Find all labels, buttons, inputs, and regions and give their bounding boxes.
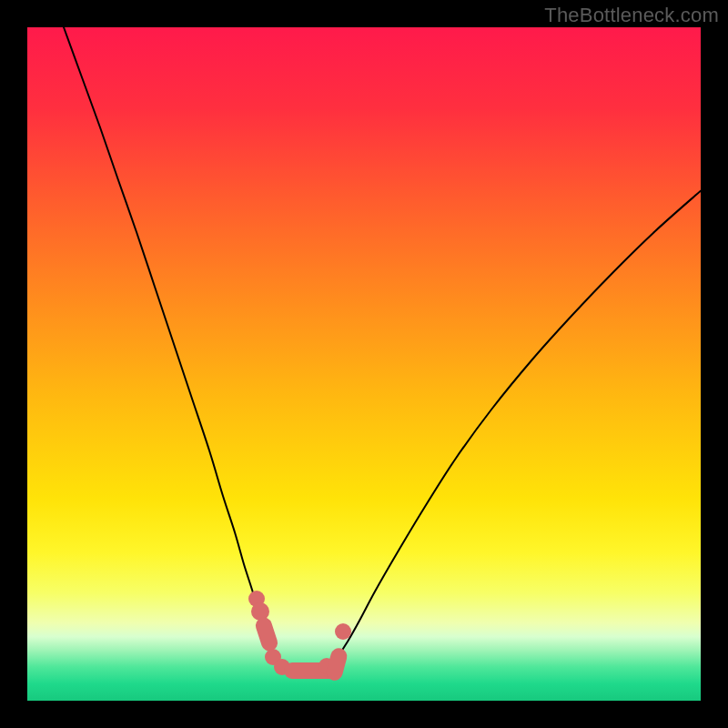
chart-frame: TheBottleneck.com [0,0,728,728]
marker-dot [335,623,351,640]
watermark-text: TheBottleneck.com [544,4,719,27]
plot-area [27,27,701,701]
bottleneck-chart [27,27,701,701]
gradient-background [27,27,701,701]
marker-dot [251,602,269,621]
